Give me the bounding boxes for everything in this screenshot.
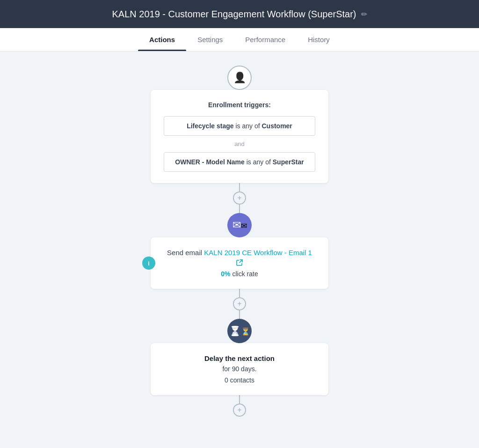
- info-badge[interactable]: i: [142, 257, 155, 270]
- connector-4: [239, 310, 240, 319]
- hourglass-icon: ⏳: [229, 325, 250, 337]
- workflow-title: KALN 2019 - Customer Engagement Workflow…: [112, 9, 356, 20]
- enrollment-card: Enrollment triggers: Lifecycle stage is …: [151, 90, 328, 183]
- tab-navigation: Actions Settings Performance History: [0, 28, 479, 51]
- workflow-canvas: Enrollment triggers: Lifecycle stage is …: [0, 51, 479, 445]
- connector-3: [239, 289, 240, 297]
- trigger-box-2[interactable]: OWNER - Model Name is any of SuperStar: [164, 152, 315, 172]
- email-action-card: i Send email KALN 2019 CE Workflow - Ema…: [151, 237, 328, 289]
- connector-2: [239, 205, 240, 213]
- click-rate: 0% click rate: [164, 270, 315, 278]
- person-icon: [233, 72, 246, 84]
- add-step-button-1[interactable]: +: [233, 191, 246, 205]
- top-header: KALN 2019 - Customer Engagement Workflow…: [0, 0, 479, 28]
- delay-contacts: 0 contacts: [164, 376, 315, 384]
- email-node-icon: ✉: [227, 213, 252, 237]
- delay-node-icon: ⏳: [227, 319, 252, 343]
- external-link-icon[interactable]: [164, 259, 315, 267]
- tab-settings[interactable]: Settings: [186, 28, 234, 51]
- and-divider: and: [164, 136, 315, 152]
- connector-1: [239, 183, 240, 191]
- add-step-button-3[interactable]: +: [233, 404, 246, 417]
- delay-action-card: Delay the next action for 90 days. 0 con…: [151, 343, 328, 395]
- tab-performance[interactable]: Performance: [234, 28, 297, 51]
- tab-actions[interactable]: Actions: [138, 28, 186, 51]
- email-link[interactable]: KALN 2019 CE Workflow - Email 1: [204, 249, 312, 257]
- connector-5: [239, 395, 240, 404]
- send-email-text: Send email KALN 2019 CE Workflow - Email…: [164, 249, 315, 257]
- delay-title: Delay the next action: [164, 354, 315, 362]
- delay-duration: for 90 days.: [164, 365, 315, 373]
- envelope-icon: ✉: [232, 219, 247, 231]
- enrollment-label: Enrollment triggers:: [164, 101, 315, 109]
- tab-history[interactable]: History: [297, 28, 341, 51]
- trigger-box-1[interactable]: Lifecycle stage is any of Customer: [164, 116, 315, 136]
- enrollment-icon: [227, 66, 252, 90]
- add-step-button-2[interactable]: +: [233, 297, 246, 310]
- edit-icon[interactable]: ✏: [361, 10, 367, 19]
